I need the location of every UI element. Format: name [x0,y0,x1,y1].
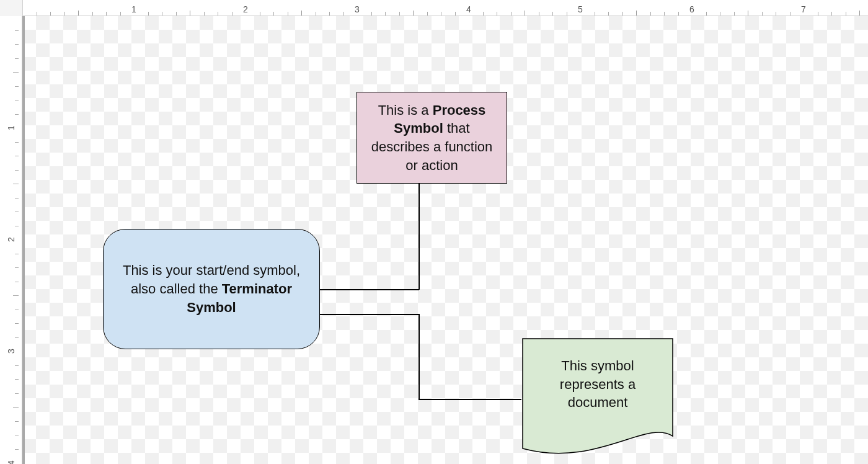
connector-terminator-document[interactable] [418,314,420,399]
document-text: This symbol represents a document [522,357,673,412]
ruler-v-number: 2 [6,237,16,242]
connector-terminator-document[interactable] [320,314,419,315]
ruler-h-number: 3 [355,4,360,14]
terminator-shape[interactable]: This is your start/end symbol, also call… [103,229,320,349]
connector-terminator-document[interactable] [418,399,521,400]
ruler-v-number: 4 [6,460,16,464]
ruler-h-number: 4 [466,4,471,14]
ruler-h-number: 1 [131,4,136,14]
canvas-left-gutter [22,16,25,464]
horizontal-ruler: 1234567 [0,0,868,16]
ruler-h-number: 2 [243,4,248,14]
connector-terminator-process[interactable] [320,289,419,290]
vertical-ruler: 1234 [0,0,22,464]
drawing-canvas[interactable]: This is your start/end symbol, also call… [22,16,868,464]
terminator-text: This is your start/end symbol, also call… [118,261,304,316]
document-shape[interactable]: This symbol represents a document [522,338,673,462]
process-text: This is a Process Symbol that describes … [367,101,497,175]
ruler-h-number: 5 [578,4,583,14]
ruler-v-number: 1 [6,125,16,130]
ruler-h-number: 6 [689,4,694,14]
ruler-h-number: 7 [801,4,806,14]
ruler-v-number: 3 [6,349,16,354]
connector-terminator-process[interactable] [418,183,420,290]
process-shape[interactable]: This is a Process Symbol that describes … [356,92,507,184]
process-text-pre: This is a [378,102,433,118]
